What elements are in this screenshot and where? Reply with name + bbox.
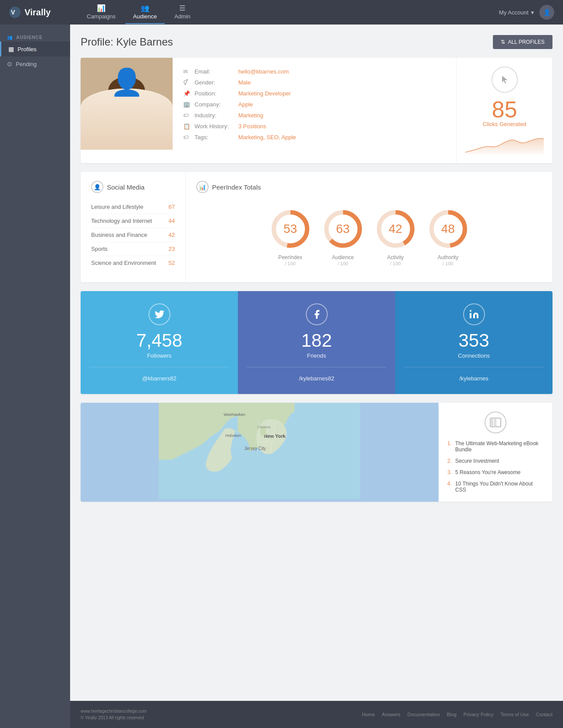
facebook-card: 182 Friends /kylebarnes82 bbox=[238, 291, 395, 394]
donut-authority-chart: 48 bbox=[426, 207, 470, 251]
industry-field: 🏷 Industry: Marketing bbox=[183, 112, 446, 119]
nav-campaigns-label: Campaigns bbox=[87, 13, 116, 20]
sidebar-profiles-label: Profiles bbox=[18, 46, 36, 53]
social-value-1: 44 bbox=[169, 218, 175, 224]
svg-point-11 bbox=[131, 104, 134, 107]
all-profiles-button[interactable]: ⇅ ALL PROFILES bbox=[493, 35, 552, 49]
resource-text-1: Secure Investment bbox=[455, 458, 499, 464]
social-row-3: Sports 23 bbox=[91, 242, 175, 256]
page-title: Profile: Kyle Barnes bbox=[81, 36, 173, 48]
social-media-title: 👤 Social Media bbox=[91, 181, 175, 193]
profile-card: ✉ Email: hello@kbarnes.com ⚥ Gender: Mal… bbox=[81, 58, 552, 163]
nav-admin-label: Admin bbox=[174, 13, 191, 20]
facebook-handle: /kylebarnes82 bbox=[299, 375, 334, 382]
work-label: Work History: bbox=[195, 123, 234, 130]
twitter-icon bbox=[149, 303, 170, 325]
cursor-icon bbox=[492, 67, 518, 93]
footer-blog[interactable]: Blog bbox=[447, 712, 457, 717]
footer-home[interactable]: Home bbox=[362, 712, 375, 717]
company-label: Company: bbox=[195, 101, 234, 108]
footer-privacy[interactable]: Privacy Policy bbox=[464, 712, 493, 717]
sidebar-item-pending[interactable]: ⊙ Pending bbox=[0, 56, 70, 71]
resource-num-0: 1. bbox=[447, 440, 452, 453]
footer: www.heritagechristiancollege.com © Viral… bbox=[70, 701, 563, 728]
gender-value: Male bbox=[238, 79, 251, 86]
donut-audience-chart: 63 bbox=[321, 207, 365, 251]
user-avatar[interactable]: 👤 bbox=[539, 5, 554, 20]
position-icon: 📌 bbox=[183, 90, 190, 97]
donut-activity-chart: 42 bbox=[374, 207, 418, 251]
resource-item-0: 1. The Ultimate Web-Marketing eBook Bund… bbox=[447, 440, 544, 453]
donut-activity-number: 42 bbox=[389, 222, 402, 236]
social-row-0: Leisure and Lifestyle 67 bbox=[91, 200, 175, 214]
resource-item-1: 2. Secure Investment bbox=[447, 458, 544, 464]
svg-text:V: V bbox=[11, 9, 15, 16]
svg-point-6 bbox=[108, 77, 145, 105]
footer-terms[interactable]: Terms of Use bbox=[500, 712, 529, 717]
donut-audience-label: Audience/ 100 bbox=[332, 254, 354, 267]
email-field: ✉ Email: hello@kbarnes.com bbox=[183, 68, 446, 75]
footer-answers[interactable]: Answers bbox=[382, 712, 400, 717]
map-panel: Jersey City New York Weehawken Hoboken C… bbox=[81, 403, 439, 502]
nav-admin[interactable]: ☰ Admin bbox=[166, 0, 198, 24]
social-peerindex-row: 👤 Social Media Leisure and Lifestyle 67 … bbox=[81, 172, 552, 282]
work-value: 3 Positions bbox=[238, 123, 266, 130]
social-label-0: Leisure and Lifestyle bbox=[91, 204, 143, 210]
svg-text:Hoboken: Hoboken bbox=[226, 433, 241, 438]
facebook-count: 182 bbox=[301, 331, 332, 350]
svg-rect-5 bbox=[121, 119, 132, 130]
social-row-1: Technology and Internet 44 bbox=[91, 214, 175, 228]
twitter-divider bbox=[89, 367, 229, 367]
resources-panel: 1. The Ultimate Web-Marketing eBook Bund… bbox=[439, 403, 552, 502]
social-label-4: Science and Environment bbox=[91, 260, 156, 266]
dropdown-arrow-icon: ▾ bbox=[531, 9, 534, 16]
pending-icon: ⊙ bbox=[7, 60, 12, 67]
resource-text-0: The Ultimate Web-Marketing eBook Bundle bbox=[455, 440, 544, 453]
svg-rect-34 bbox=[491, 418, 493, 427]
sparkline-chart bbox=[465, 133, 544, 155]
company-field: 🏢 Company: Apple bbox=[183, 101, 446, 108]
footer-links: Home Answers Documentation Blog Privacy … bbox=[362, 712, 552, 717]
nav-right: My Account ▾ 👤 bbox=[499, 5, 554, 20]
sidebar: 👥 AUDIENCE ▦ Profiles ⊙ Pending bbox=[0, 25, 70, 728]
profile-photo bbox=[81, 58, 173, 150]
footer-documentation[interactable]: Documentation bbox=[407, 712, 440, 717]
linkedin-type: Connections bbox=[458, 352, 489, 359]
svg-point-4 bbox=[108, 83, 145, 125]
main-content: Profile: Kyle Barnes ⇅ ALL PROFILES bbox=[70, 25, 563, 701]
tags-icon: 🏷 bbox=[183, 134, 190, 141]
tags-value: Marketing, SEO, Apple bbox=[238, 134, 296, 141]
donut-peerindex-chart: 53 bbox=[269, 207, 312, 251]
social-label-3: Sports bbox=[91, 246, 108, 252]
social-row-4: Science and Environment 52 bbox=[91, 256, 175, 270]
social-label-1: Technology and Internet bbox=[91, 218, 152, 224]
svg-text:Weehawken: Weehawken bbox=[224, 412, 245, 417]
svg-point-9 bbox=[131, 103, 134, 107]
profiles-icon: ▦ bbox=[8, 46, 14, 53]
nav-audience[interactable]: 👥 Audience bbox=[125, 0, 165, 24]
gender-field: ⚥ Gender: Male bbox=[183, 79, 446, 86]
peerindex-title: 📊 PeerIndex Totals bbox=[196, 181, 542, 193]
svg-point-7 bbox=[101, 132, 152, 150]
footer-contact[interactable]: Contact bbox=[536, 712, 552, 717]
donut-activity-label: Activity/ 100 bbox=[387, 254, 404, 267]
donut-peerindex-label: PeerIndex/ 100 bbox=[278, 254, 302, 267]
facebook-type: Friends bbox=[307, 352, 326, 359]
company-icon: 🏢 bbox=[183, 101, 190, 108]
industry-value: Marketing bbox=[238, 112, 263, 119]
linkedin-card: 353 Connections /kylebarnes bbox=[395, 291, 552, 394]
peerindex-label: PeerIndex Totals bbox=[212, 183, 261, 191]
sidebar-item-profiles[interactable]: ▦ Profiles bbox=[0, 42, 70, 56]
clicks-number: 85 bbox=[492, 98, 517, 121]
social-value-3: 23 bbox=[169, 246, 175, 252]
nav-campaigns[interactable]: 📊 Campaigns bbox=[79, 0, 124, 24]
donut-peerindex: 53 PeerIndex/ 100 bbox=[269, 207, 312, 267]
donut-authority-number: 48 bbox=[441, 222, 455, 236]
social-media-label: Social Media bbox=[107, 183, 145, 191]
profile-info: ✉ Email: hello@kbarnes.com ⚥ Gender: Mal… bbox=[173, 58, 456, 163]
resource-text-3: 10 Things You Didn't Know About CSS bbox=[455, 481, 544, 493]
my-account-button[interactable]: My Account ▾ bbox=[499, 9, 534, 16]
svg-text:New York: New York bbox=[264, 433, 286, 439]
top-nav: V Virally 📊 Campaigns 👥 Audience ☰ Admin… bbox=[0, 0, 563, 25]
industry-label: Industry: bbox=[195, 112, 234, 119]
